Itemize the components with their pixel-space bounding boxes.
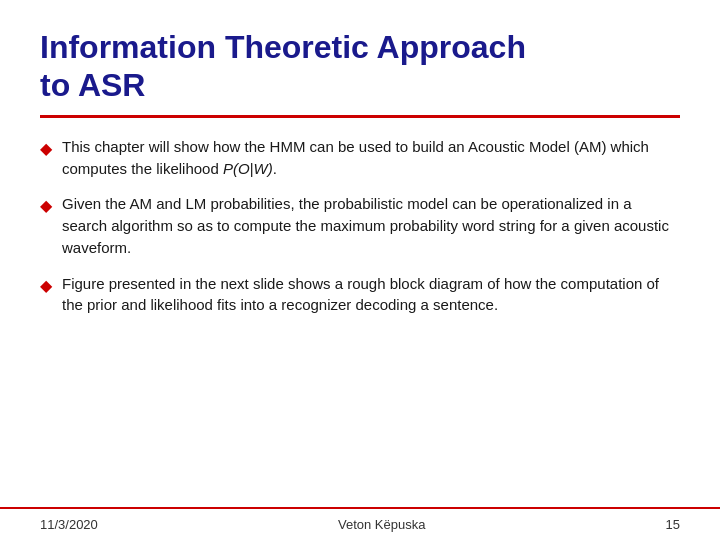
footer-date: 11/3/2020 xyxy=(40,517,98,532)
formula-1: P(O|W) xyxy=(223,160,273,177)
list-item: ◆ Figure presented in the next slide sho… xyxy=(40,273,680,317)
list-item: ◆ Given the AM and LM probabilities, the… xyxy=(40,193,680,258)
footer-page: 15 xyxy=(666,517,680,532)
bullet-text-2: Given the AM and LM probabilities, the p… xyxy=(62,193,680,258)
bullet-icon-3: ◆ xyxy=(40,274,52,297)
slide-content: ◆ This chapter will show how the HMM can… xyxy=(0,118,720,507)
footer-author: Veton Këpuska xyxy=(338,517,425,532)
slide: Information Theoretic Approach to ASR ◆ … xyxy=(0,0,720,540)
slide-footer: 11/3/2020 Veton Këpuska 15 xyxy=(0,507,720,540)
bullet-text-1: This chapter will show how the HMM can b… xyxy=(62,136,680,180)
bullet-list: ◆ This chapter will show how the HMM can… xyxy=(40,136,680,316)
bullet-icon-2: ◆ xyxy=(40,194,52,217)
title-line2: to ASR xyxy=(40,67,145,103)
bullet-text-3: Figure presented in the next slide shows… xyxy=(62,273,680,317)
slide-header: Information Theoretic Approach to ASR xyxy=(0,0,720,115)
bullet-icon-1: ◆ xyxy=(40,137,52,160)
list-item: ◆ This chapter will show how the HMM can… xyxy=(40,136,680,180)
slide-title: Information Theoretic Approach to ASR xyxy=(40,28,680,105)
title-line1: Information Theoretic Approach xyxy=(40,29,526,65)
